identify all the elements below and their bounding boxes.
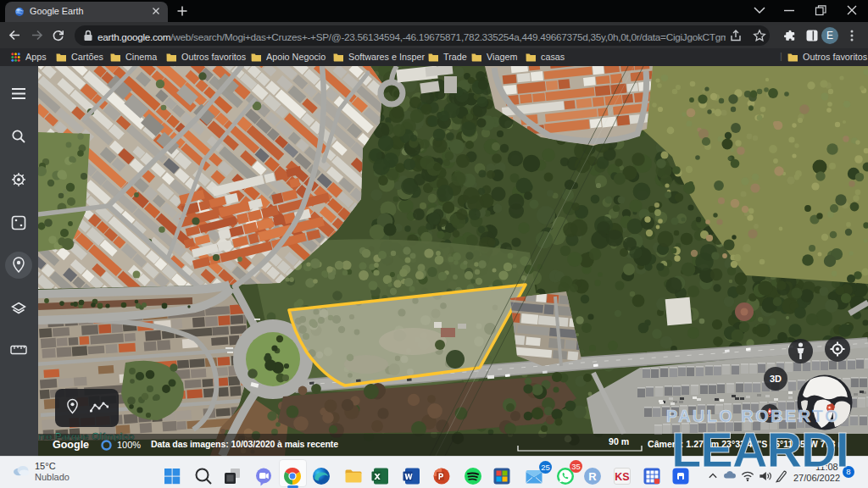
svg-text:R: R [588, 470, 597, 483]
svg-text:KS: KS [615, 471, 629, 483]
